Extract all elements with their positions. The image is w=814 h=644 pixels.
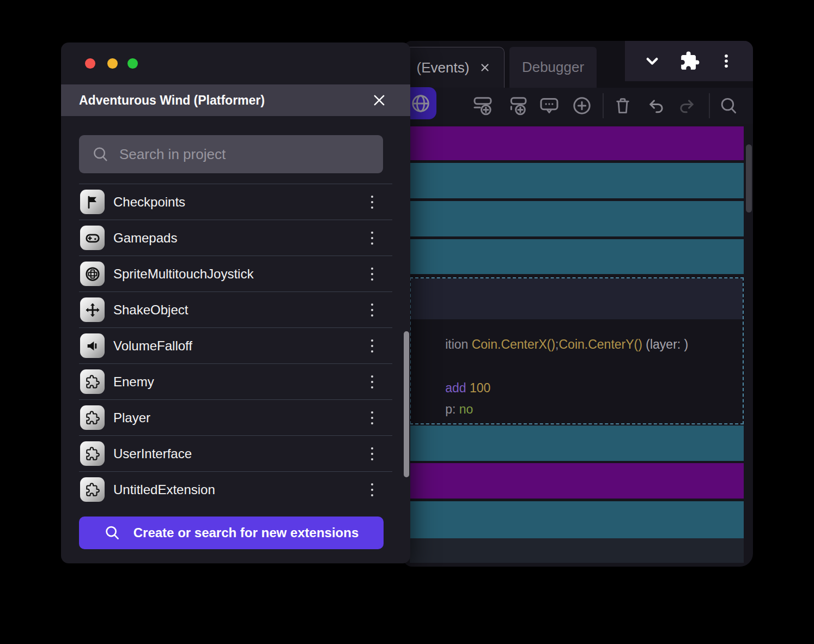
param-value: no bbox=[459, 402, 473, 416]
undo-icon[interactable] bbox=[645, 95, 666, 117]
search-icon bbox=[104, 525, 120, 541]
item-menu-button[interactable] bbox=[362, 406, 382, 430]
list-item-untitledextension[interactable]: UntitledExtension bbox=[79, 471, 392, 507]
events-sheet: ition Coin.CenterX();Coin.CenterY() (lay… bbox=[403, 124, 753, 567]
event-row[interactable] bbox=[410, 463, 744, 499]
empty-events-area[interactable] bbox=[410, 538, 744, 563]
tab-close-icon[interactable] bbox=[479, 62, 491, 74]
gamepad-icon bbox=[80, 226, 105, 250]
extension-label: UntitledExtension bbox=[113, 482, 215, 497]
event-action-line[interactable]: p: no bbox=[417, 387, 473, 432]
trash-icon[interactable] bbox=[612, 95, 633, 116]
layer-param: (layer: ) bbox=[646, 337, 688, 351]
item-menu-button[interactable] bbox=[362, 442, 382, 466]
dialog-header: Adventurous Wind (Platformer) bbox=[61, 84, 410, 116]
search-icon bbox=[91, 145, 110, 163]
add-circle-icon[interactable] bbox=[571, 95, 593, 117]
tab-bar: (Events) Debugger bbox=[403, 41, 753, 88]
tab-events-label: (Events) bbox=[417, 59, 470, 76]
item-menu-button[interactable] bbox=[362, 334, 382, 358]
puzzle-icon bbox=[80, 369, 105, 394]
item-menu-button[interactable] bbox=[362, 226, 382, 250]
event-row[interactable] bbox=[410, 239, 744, 274]
item-menu-button[interactable] bbox=[362, 298, 382, 322]
speaker-icon bbox=[80, 333, 105, 358]
list-item-spritemultitouchjoystick[interactable]: SpriteMultitouchJoystick bbox=[79, 256, 392, 291]
event-row[interactable] bbox=[410, 426, 744, 461]
joystick-icon bbox=[80, 262, 105, 286]
window-controls-panel bbox=[625, 41, 753, 81]
list-item-volumefalloff[interactable]: VolumeFalloff bbox=[79, 327, 392, 363]
tab-events[interactable]: (Events) bbox=[403, 47, 505, 88]
kebab-menu-icon[interactable] bbox=[717, 52, 736, 70]
extension-label: SpriteMultitouchJoystick bbox=[113, 266, 253, 282]
extension-label: Gamepads bbox=[113, 230, 177, 246]
event-row[interactable] bbox=[410, 163, 744, 198]
extension-label: Player bbox=[113, 410, 150, 426]
search-icon[interactable] bbox=[718, 95, 739, 116]
puzzle-icon bbox=[80, 405, 105, 430]
globe-icon bbox=[410, 93, 431, 114]
dialog-scrollbar[interactable] bbox=[404, 331, 409, 477]
extension-label: ShakeObject bbox=[113, 302, 188, 318]
item-menu-button[interactable] bbox=[362, 370, 382, 394]
puzzle-icon bbox=[80, 477, 105, 502]
expression: Coin.CenterY() bbox=[559, 337, 642, 351]
event-row[interactable] bbox=[410, 126, 744, 160]
extension-label: UserInterface bbox=[113, 446, 192, 461]
add-subevent-icon[interactable] bbox=[507, 95, 529, 117]
event-action-line[interactable]: ition Coin.CenterX();Coin.CenterY() (lay… bbox=[417, 323, 688, 367]
project-search-box bbox=[79, 135, 383, 173]
expression: Coin.CenterX() bbox=[472, 337, 555, 351]
toolbar-divider bbox=[709, 93, 710, 118]
list-item-enemy[interactable]: Enemy bbox=[79, 363, 392, 399]
add-event-icon[interactable] bbox=[472, 95, 494, 117]
events-toolbar bbox=[403, 88, 753, 124]
create-extension-button[interactable]: Create or search for new extensions bbox=[79, 517, 384, 549]
list-item-shakeobject[interactable]: ShakeObject bbox=[79, 291, 392, 327]
close-traffic-light[interactable] bbox=[85, 58, 95, 69]
param-label: p: bbox=[445, 402, 455, 416]
flag-icon bbox=[80, 190, 105, 214]
event-conditions-area[interactable] bbox=[411, 278, 743, 319]
search-input[interactable] bbox=[119, 146, 370, 163]
toolbar-divider bbox=[603, 93, 604, 118]
tab-debugger-label: Debugger bbox=[522, 59, 584, 76]
extension-label: Enemy bbox=[113, 374, 154, 390]
selected-event-block[interactable]: ition Coin.CenterX();Coin.CenterY() (lay… bbox=[410, 277, 744, 424]
list-item-userinterface[interactable]: UserInterface bbox=[79, 435, 392, 471]
zoom-traffic-light[interactable] bbox=[127, 58, 138, 69]
events-scrollbar[interactable] bbox=[746, 144, 752, 212]
list-item-player[interactable]: Player bbox=[79, 399, 392, 435]
extensions-dialog: Adventurous Wind (Platformer) Checkpoint… bbox=[61, 42, 410, 563]
events-editor-window: (Events) Debugger bbox=[403, 41, 753, 567]
puzzle-icon[interactable] bbox=[679, 51, 700, 71]
list-item-gamepads[interactable]: Gamepads bbox=[79, 220, 392, 256]
item-menu-button[interactable] bbox=[362, 190, 382, 214]
close-icon[interactable] bbox=[372, 93, 387, 108]
minimize-traffic-light[interactable] bbox=[107, 58, 118, 69]
item-menu-button[interactable] bbox=[362, 262, 382, 286]
list-item-checkpoints[interactable]: Checkpoints bbox=[79, 184, 392, 220]
event-row[interactable] bbox=[410, 501, 744, 538]
add-comment-icon[interactable] bbox=[538, 95, 560, 117]
action-text: ition bbox=[445, 337, 468, 351]
extension-label: VolumeFalloff bbox=[113, 338, 192, 354]
redo-icon[interactable] bbox=[677, 95, 698, 117]
create-extension-label: Create or search for new extensions bbox=[133, 525, 359, 540]
extension-label: Checkpoints bbox=[113, 195, 185, 210]
item-menu-button[interactable] bbox=[362, 478, 382, 502]
puzzle-icon bbox=[80, 441, 105, 466]
event-row[interactable] bbox=[410, 201, 744, 236]
dialog-title: Adventurous Wind (Platformer) bbox=[79, 93, 265, 108]
tab-debugger[interactable]: Debugger bbox=[509, 47, 597, 88]
move-arrows-icon bbox=[80, 297, 105, 322]
chevron-down-icon[interactable] bbox=[642, 51, 662, 71]
